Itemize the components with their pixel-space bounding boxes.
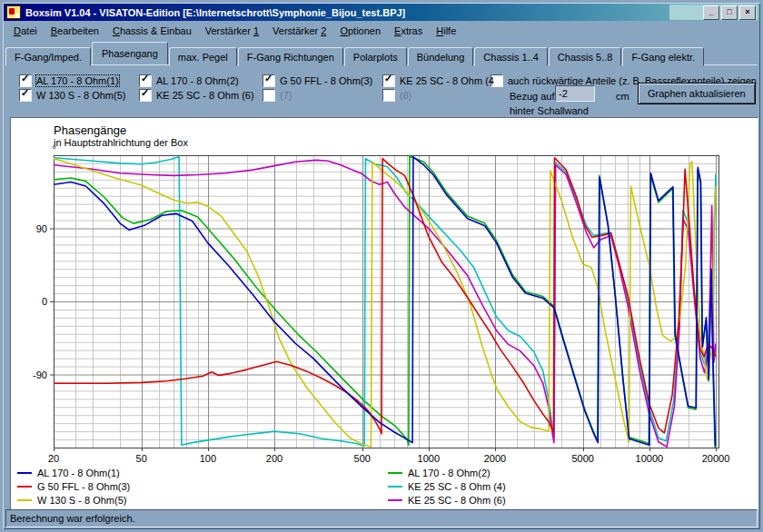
menu-item-extras[interactable]: Extras [388, 23, 430, 39]
legend-item-ke-25-sc-8-ohm-4: KE 25 SC - 8 Ohm (4) [388, 480, 506, 493]
menu-bar: DateiBearbeitenChassis & EinbauVerstärke… [4, 21, 759, 40]
title-bar: Boxsim V1.04 - VISATON-Edition [E:\Inter… [4, 4, 759, 21]
driver-checkbox-label: AL 170 - 8 Ohm(2) [156, 75, 239, 86]
legend-swatch [17, 472, 32, 474]
tab-chassis-1-4[interactable]: Chassis 1..4 [474, 47, 548, 66]
driver-checkbox-w-130-s-8-ohm-5[interactable] [19, 89, 32, 102]
update-graphs-button[interactable]: Graphen aktualisieren [638, 83, 756, 104]
close-button[interactable]: × [739, 5, 756, 20]
app-icon [6, 5, 21, 19]
x-tick-label: 50 [136, 453, 147, 464]
reference-distance-input[interactable] [555, 85, 595, 102]
tab-f-gang-richtungen[interactable]: F-Gang Richtungen [238, 47, 343, 66]
driver-checkbox-ke-25-sc-8-ohm-4[interactable] [382, 74, 395, 87]
legend-label: G 50 FFL - 8 Ohm(3) [37, 481, 130, 492]
legend-item-al-170-8-ohm-2: AL 170 - 8 Ohm(2) [388, 467, 490, 479]
driver-filter-panel: auch rückwärtige Anteile (z. B. Bassrefl… [5, 66, 758, 117]
tab-phasengang[interactable]: Phasengang [92, 42, 168, 64]
x-tick-label: 20000 [702, 453, 730, 464]
driver-checkbox-label: (8) [400, 90, 411, 101]
x-tick-label: 10000 [636, 453, 664, 464]
window-title: Boxsim V1.04 - VISATON-Edition [E:\Inter… [25, 7, 405, 18]
minimize-button[interactable]: _ [703, 5, 719, 20]
caption-button-panel: _□× [669, 5, 758, 20]
legend-label: W 130 S - 8 Ohm(5) [37, 495, 126, 506]
driver-checkbox-row-7: (7) [263, 89, 292, 102]
menu-item-verst-rker-1[interactable]: Verstärker 1 [199, 23, 266, 39]
driver-checkbox-g-50-ffl-8-ohm-3[interactable] [263, 74, 275, 87]
legend-swatch [388, 486, 402, 488]
x-tick-label: 100 [200, 453, 216, 464]
x-tick-label: 2000 [484, 453, 506, 464]
driver-checkbox-al-170-8-ohm-2[interactable] [139, 74, 152, 87]
status-bar: Berechnung war erfolgreich. [5, 509, 758, 527]
tab-strip: F-Gang/Imped.Phasengangmax. PegelF-Gang … [5, 41, 758, 65]
menu-item-datei[interactable]: Datei [7, 23, 45, 39]
y-tick-label: 0 [42, 296, 47, 307]
driver-checkbox-row-w-130-s-8-ohm-5: W 130 S - 8 Ohm(5) [19, 89, 125, 102]
x-tick-label: 1000 [418, 453, 440, 464]
menu-item-hilfe[interactable]: Hilfe [430, 23, 463, 39]
legend-swatch [17, 499, 32, 501]
legend-swatch [17, 486, 32, 488]
x-tick-label: 200 [266, 453, 282, 464]
x-tick-label: 20 [48, 453, 59, 464]
driver-checkbox-row-ke-25-sc-8-ohm-4: KE 25 SC - 8 Ohm (4 [382, 74, 494, 87]
driver-checkbox-label: (7) [280, 90, 292, 101]
app-window: Boxsim V1.04 - VISATON-Edition [E:\Inter… [0, 0, 763, 532]
legend-item-ke-25-sc-8-ohm-6: KE 25 SC - 8 Ohm (6) [388, 494, 506, 507]
y-tick-label: 90 [36, 223, 47, 234]
driver-checkbox-row-ke-25-sc-8-ohm-6: KE 25 SC - 8 Ohm (6) [139, 89, 254, 102]
driver-checkbox-ke-25-sc-8-ohm-6[interactable] [139, 89, 152, 102]
x-tick-label: 500 [354, 453, 371, 464]
legend-label: KE 25 SC - 8 Ohm (6) [408, 495, 506, 506]
legend-item-al-170-8-ohm-1: AL 170 - 8 Ohm(1) [17, 467, 120, 479]
tab-f-gang-imped[interactable]: F-Gang/Imped. [5, 47, 91, 66]
legend-swatch [388, 499, 402, 501]
menu-item-verst-rker-2[interactable]: Verstärker 2 [266, 23, 333, 39]
legend-swatch [388, 472, 402, 474]
tab-b-ndelung[interactable]: Bündelung [408, 47, 474, 66]
reference-label: Bezug auf [510, 91, 555, 102]
y-axis-unit: ° [53, 143, 56, 154]
driver-checkbox-label: W 130 S - 8 Ohm(5) [36, 90, 125, 101]
y-tick-label: -90 [33, 369, 47, 380]
menu-item-bearbeiten[interactable]: Bearbeiten [45, 23, 106, 39]
driver-checkbox-8 [382, 89, 395, 102]
reference-note: hinter Schallwand [510, 105, 589, 116]
legend-label: KE 25 SC - 8 Ohm (4) [408, 481, 506, 492]
tab-chassis-5-8[interactable]: Chassis 5..8 [549, 47, 622, 66]
driver-checkbox-row-8: (8) [382, 89, 411, 102]
menu-item-optionen[interactable]: Optionen [333, 23, 388, 39]
tab-max-pegel[interactable]: max. Pegel [169, 47, 237, 66]
driver-checkbox-label: AL 170 - 8 Ohm(1) [36, 75, 119, 86]
chart-panel: Phasengänge in Hauptstrahlrichtung der B… [10, 117, 758, 510]
reference-unit-label: cm [616, 91, 629, 102]
driver-checkbox-row-g-50-ffl-8-ohm-3: G 50 FFL - 8 Ohm(3) [263, 74, 372, 87]
status-text: Berechnung war erfolgreich. [10, 513, 135, 524]
legend-label: AL 170 - 8 Ohm(1) [37, 468, 120, 478]
legend-item-w-130-s-8-ohm-5: W 130 S - 8 Ohm(5) [17, 494, 126, 507]
driver-checkbox-row-al-170-8-ohm-2: AL 170 - 8 Ohm(2) [139, 74, 239, 87]
driver-checkbox-row-al-170-8-ohm-1: AL 170 - 8 Ohm(1) [19, 74, 119, 87]
phase-plot: 20501002005001000200050001000020000900-9… [11, 118, 758, 481]
tab-polarplots[interactable]: Polarplots [344, 47, 407, 66]
x-tick-label: 5000 [571, 453, 593, 464]
driver-checkbox-label: G 50 FFL - 8 Ohm(3) [280, 75, 372, 86]
driver-checkbox-7 [263, 89, 275, 102]
menu-item-chassis-einbau[interactable]: Chassis & Einbau [106, 23, 199, 39]
maximize-button[interactable]: □ [721, 5, 738, 20]
legend-item-g-50-ffl-8-ohm-3: G 50 FFL - 8 Ohm(3) [17, 480, 130, 493]
driver-checkbox-al-170-8-ohm-1[interactable] [19, 74, 32, 87]
driver-checkbox-label: KE 25 SC - 8 Ohm (6) [156, 90, 254, 101]
tab-f-gang-elektr[interactable]: F-Gang elektr. [622, 47, 704, 66]
legend-label: AL 170 - 8 Ohm(2) [408, 468, 490, 478]
series-g-50-ffl-8-ohm-3 [54, 158, 716, 434]
driver-checkbox-label: KE 25 SC - 8 Ohm (4 [400, 75, 494, 86]
